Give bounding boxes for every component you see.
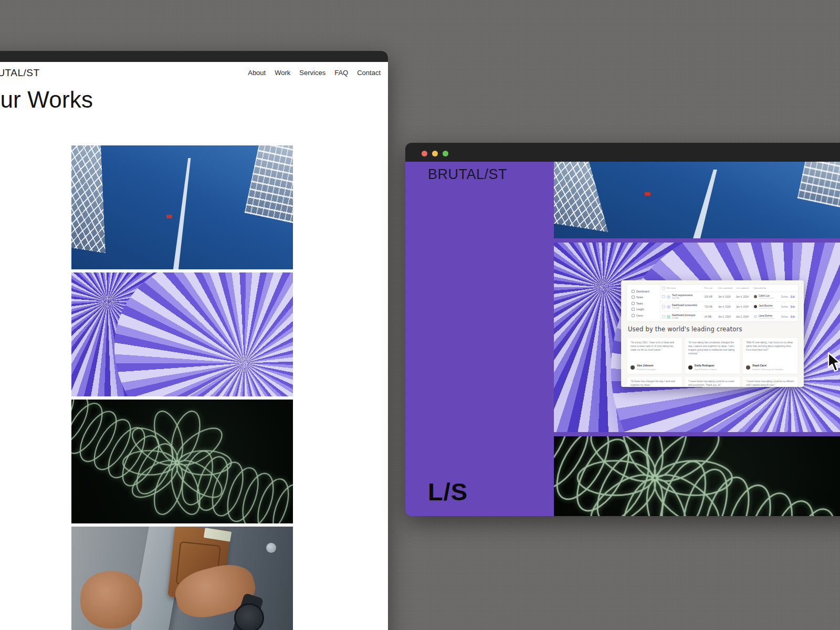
testimonials-grid: "As a busy CEO, I have a lot of ideas an… xyxy=(627,338,797,387)
green-coil-photo xyxy=(554,436,840,516)
delete-link: Delete xyxy=(781,316,788,318)
avatar xyxy=(688,365,692,370)
table-row: Tech requirements200 KB 200 KB Jan 4, 20… xyxy=(660,292,798,302)
table-row: Dashboard screenshot720 KB 720 KB Jan 4,… xyxy=(660,302,798,312)
insight-icon xyxy=(632,308,635,311)
files-table: File name File size Date uploaded Last u… xyxy=(660,285,798,321)
notes-icon xyxy=(632,296,635,299)
wallet-photo xyxy=(71,527,293,630)
edit-link: Edit xyxy=(791,306,795,308)
tasks-icon xyxy=(632,302,635,305)
right-tower xyxy=(245,145,293,225)
sidebar-item-tasks: Tasks xyxy=(632,300,660,307)
checkbox xyxy=(662,295,665,298)
browser-window-left[interactable]: BRUTAL/ST About Work Services FAQ Contac… xyxy=(0,51,388,630)
avatar xyxy=(631,365,635,370)
dashboard-icon xyxy=(632,290,635,293)
edit-link: Edit xyxy=(791,316,795,318)
shirt-button xyxy=(266,543,276,553)
red-sign xyxy=(166,215,172,218)
avatar xyxy=(754,295,758,299)
page-title: Our Works xyxy=(0,87,93,113)
nav-link-faq[interactable]: FAQ xyxy=(334,69,348,77)
checkbox xyxy=(662,315,665,318)
minimize-button[interactable] xyxy=(432,151,438,156)
testimonial-card: "As a busy CEO, I have a lot of ideas an… xyxy=(627,338,682,374)
traffic-lights xyxy=(422,151,448,156)
avatar xyxy=(746,365,750,370)
mini-sidebar: Dashboard Notes Tasks Insight Users xyxy=(627,285,660,321)
work-image-skyscrapers[interactable] xyxy=(71,145,293,269)
testimonial-card: "I never knew note-taking could be so sm… xyxy=(685,377,740,387)
site-logo[interactable]: BRUTAL/ST xyxy=(0,67,40,79)
nav-link-about[interactable]: About xyxy=(248,69,266,77)
browser-window-right[interactable]: BRUTAL/ST About L/S xyxy=(405,143,840,516)
nav-link-work[interactable]: Work xyxy=(275,69,290,77)
lattice-tower xyxy=(554,162,620,232)
sidebar-item-insight: Insight xyxy=(632,307,660,313)
testimonial-card: "AI Notes has changed the way I work and… xyxy=(627,377,682,387)
file-icon xyxy=(667,295,670,299)
green-coil-photo xyxy=(71,400,293,523)
skyscrapers-photo xyxy=(554,162,840,238)
zoom-button[interactable] xyxy=(443,151,448,156)
checkbox xyxy=(662,305,665,308)
delete-link: Delete xyxy=(781,306,788,308)
landing-page-screenshot-card: Dashboard Notes Tasks Insight Users File… xyxy=(621,280,804,387)
close-button[interactable] xyxy=(422,151,427,156)
work-image-purple-abstract[interactable] xyxy=(71,272,293,396)
users-icon xyxy=(632,314,635,317)
testimonial-card: "AI note-taking has completely changed t… xyxy=(685,338,740,374)
work-image-skyscrapers[interactable] xyxy=(554,162,840,238)
main-tower xyxy=(614,170,820,238)
avatar xyxy=(754,305,758,309)
work-image-green-coil[interactable] xyxy=(71,400,293,523)
sidebar-item-notes: Notes xyxy=(632,295,660,301)
purple-abstract-photo xyxy=(71,272,293,396)
table-header-row: File name File size Date uploaded Last u… xyxy=(660,285,798,292)
file-icon xyxy=(667,315,670,319)
site-nav: About Work Services FAQ Contact xyxy=(248,69,381,77)
window-titlebar[interactable] xyxy=(0,51,388,62)
sidebar-item-dashboard: Dashboard xyxy=(632,288,660,295)
files-panel: Dashboard Notes Tasks Insight Users File… xyxy=(626,284,799,322)
avatar xyxy=(754,315,758,319)
skyscrapers-photo xyxy=(71,145,293,269)
nav-link-services[interactable]: Services xyxy=(299,69,326,77)
testimonial-card: "With AI note-taking, I can focus on my … xyxy=(743,338,797,374)
testimonials-heading: Used by the world's leading creators xyxy=(628,326,742,333)
sidebar-item-users: Users xyxy=(632,312,660,319)
window-titlebar[interactable] xyxy=(405,143,840,162)
footer-logo: L/S xyxy=(428,477,468,506)
table-row: Dashboard prototype16 MB 16 MB Jan 2, 20… xyxy=(660,312,798,321)
main-tower xyxy=(116,158,266,269)
delete-link: Delete xyxy=(781,296,788,298)
site-logo[interactable]: BRUTAL/ST xyxy=(428,166,507,183)
work-image-wallet[interactable] xyxy=(71,527,293,630)
desktop: BRUTAL/ST About Work Services FAQ Contac… xyxy=(0,0,840,630)
testimonial-card: "I never knew note-taking could be so ef… xyxy=(743,377,797,387)
watch-dial xyxy=(234,603,264,630)
works-gallery xyxy=(71,145,293,630)
edit-link: Edit xyxy=(791,296,795,298)
checkbox xyxy=(662,287,665,290)
red-sign xyxy=(645,192,650,196)
file-icon xyxy=(667,305,670,309)
nav-link-contact[interactable]: Contact xyxy=(357,69,381,77)
work-image-green-coil[interactable] xyxy=(554,436,840,516)
left-hand xyxy=(80,571,142,628)
